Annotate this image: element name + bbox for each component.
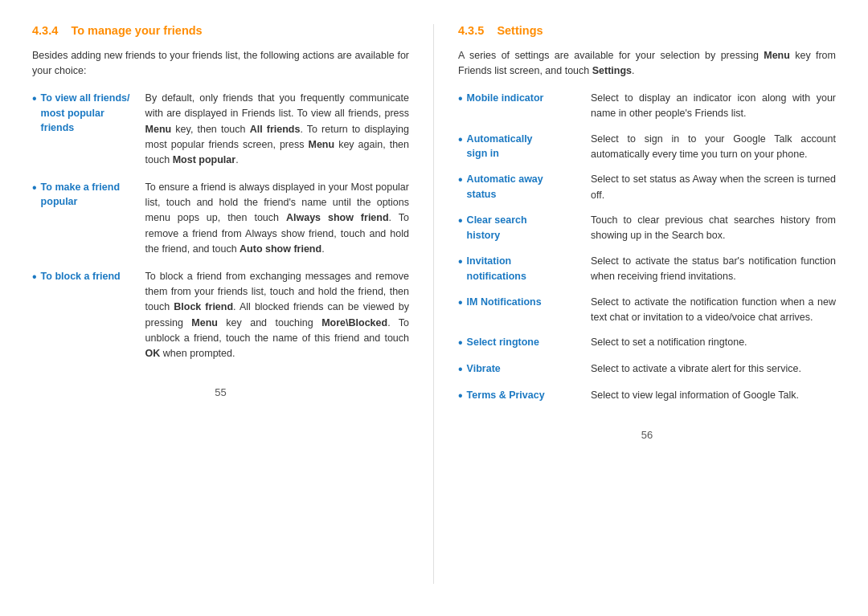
settings-term-wrap: • Mobile indicator bbox=[458, 91, 591, 108]
settings-dot-icon: • bbox=[458, 213, 463, 230]
list-item: • To view all friends/ most popular frie… bbox=[32, 91, 409, 169]
settings-term: Vibrate bbox=[467, 361, 501, 377]
list-item: • To make a friend popular To ensure a f… bbox=[32, 180, 409, 258]
term-line2: popular bbox=[41, 196, 78, 207]
settings-dot-icon: • bbox=[458, 335, 463, 352]
right-page-number: 56 bbox=[458, 429, 836, 441]
settings-term: Automaticallysign in bbox=[467, 132, 533, 162]
term-line3: friends bbox=[41, 122, 75, 133]
bold-allfriends: All friends bbox=[250, 124, 301, 135]
term-line2: most popular bbox=[41, 108, 104, 119]
list-item: • To block a friend To block a friend fr… bbox=[32, 269, 409, 362]
bullet-desc: To block a friend from exchanging messag… bbox=[145, 269, 409, 362]
settings-item: • Mobile indicator Select to display an … bbox=[458, 91, 836, 122]
settings-item: • Terms & Privacy Select to view legal i… bbox=[458, 388, 836, 405]
left-bullet-list: • To view all friends/ most popular frie… bbox=[32, 91, 409, 362]
bold-moreblocked: More\Blocked bbox=[321, 317, 387, 328]
bold-blockfriend: Block friend bbox=[174, 301, 233, 312]
bold-ok: OK bbox=[145, 348, 161, 359]
right-section-num: 4.3.5 bbox=[458, 24, 484, 37]
settings-desc: Touch to clear previous chat searches hi… bbox=[591, 213, 836, 244]
page-right: 4.3.5 Settings A series of settings are … bbox=[434, 24, 868, 584]
settings-term: IM Notifications bbox=[467, 295, 542, 310]
settings-term-wrap: • Automaticallysign in bbox=[458, 132, 591, 162]
settings-term: Mobile indicator bbox=[467, 91, 544, 106]
right-section-title: Settings bbox=[497, 24, 542, 37]
settings-dot-icon: • bbox=[458, 361, 463, 378]
term-line1: To block a friend bbox=[41, 271, 121, 282]
settings-desc: Select to set status as Away when the sc… bbox=[591, 172, 836, 203]
settings-desc: Select to activate the notification func… bbox=[591, 295, 836, 326]
settings-dot-icon: • bbox=[458, 295, 463, 312]
bullet-term: To block a friend bbox=[41, 269, 145, 284]
bold-settings: Settings bbox=[592, 65, 632, 76]
settings-term-wrap: • Vibrate bbox=[458, 361, 591, 378]
settings-dot-icon: • bbox=[458, 254, 463, 271]
settings-list: • Mobile indicator Select to display an … bbox=[458, 91, 836, 405]
settings-term-wrap: • Clear searchhistory bbox=[458, 213, 591, 243]
bold-autoshow: Auto show friend bbox=[240, 243, 321, 255]
settings-desc: Select to view legal information of Goog… bbox=[591, 388, 836, 403]
settings-term-wrap: • Invitationnotifications bbox=[458, 254, 591, 284]
settings-term: Terms & Privacy bbox=[467, 388, 545, 403]
term-line1: To make a friend bbox=[41, 182, 120, 193]
settings-desc: Select to display an indicator icon alon… bbox=[591, 91, 836, 122]
left-section-num: 4.3.4 bbox=[32, 24, 58, 37]
settings-dot-icon: • bbox=[458, 172, 463, 189]
settings-item: • Vibrate Select to activate a vibrate a… bbox=[458, 361, 836, 378]
bullet-term: To view all friends/ most popular friend… bbox=[41, 91, 145, 136]
bold-mostpopular: Most popular bbox=[173, 154, 235, 165]
settings-term-wrap: • Select ringtone bbox=[458, 335, 591, 352]
settings-desc: Select to activate a vibrate alert for t… bbox=[591, 361, 836, 377]
settings-term: Clear searchhistory bbox=[467, 213, 527, 243]
settings-term: Invitationnotifications bbox=[467, 254, 526, 284]
settings-term: Select ringtone bbox=[467, 335, 539, 350]
settings-dot-icon: • bbox=[458, 132, 463, 149]
settings-item: • Automaticallysign in Select to sign in… bbox=[458, 132, 836, 163]
settings-dot-icon: • bbox=[458, 91, 463, 108]
right-section-heading: 4.3.5 Settings bbox=[458, 24, 836, 37]
page-left: 4.3.4 To manage your friends Besides add… bbox=[0, 24, 434, 584]
left-section-title: To manage your friends bbox=[71, 24, 202, 37]
bullet-desc: To ensure a friend is always displayed i… bbox=[145, 180, 409, 258]
settings-item: • Select ringtone Select to set a notifi… bbox=[458, 335, 836, 352]
bold-menu: Menu bbox=[145, 124, 172, 135]
term-line1: To view all friends/ bbox=[41, 92, 130, 104]
settings-desc: Select to activate the status bar's noti… bbox=[591, 254, 836, 285]
bold-alwaysshow: Always show friend bbox=[286, 212, 389, 223]
bullet-dot-icon: • bbox=[32, 269, 37, 286]
left-intro: Besides adding new friends to your frien… bbox=[32, 48, 409, 80]
settings-item: • Invitationnotifications Select to acti… bbox=[458, 254, 836, 285]
settings-term: Automatic awaystatus bbox=[467, 172, 543, 202]
bold-menu3: Menu bbox=[191, 317, 218, 328]
bold-menu-right: Menu bbox=[764, 50, 790, 61]
bold-menu2: Menu bbox=[309, 139, 335, 150]
bullet-dot-icon: • bbox=[32, 180, 37, 197]
page-container: 4.3.4 To manage your friends Besides add… bbox=[0, 0, 868, 616]
settings-item: • IM Notifications Select to activate th… bbox=[458, 295, 836, 326]
settings-term-wrap: • Terms & Privacy bbox=[458, 388, 591, 405]
settings-dot-icon: • bbox=[458, 388, 463, 405]
settings-item: • Automatic awaystatus Select to set sta… bbox=[458, 172, 836, 203]
settings-item: • Clear searchhistory Touch to clear pre… bbox=[458, 213, 836, 244]
right-intro: A series of settings are available for y… bbox=[458, 48, 836, 80]
settings-desc: Select to set a notification ringtone. bbox=[591, 335, 836, 350]
bullet-term: To make a friend popular bbox=[41, 180, 145, 210]
settings-term-wrap: • Automatic awaystatus bbox=[458, 172, 591, 202]
bullet-dot-icon: • bbox=[32, 91, 37, 108]
left-section-heading: 4.3.4 To manage your friends bbox=[32, 24, 409, 37]
left-page-number: 55 bbox=[32, 386, 409, 398]
settings-term-wrap: • IM Notifications bbox=[458, 295, 591, 312]
bullet-desc: By default, only friends that you freque… bbox=[145, 91, 409, 169]
settings-desc: Select to sign in to your Google Talk ac… bbox=[591, 132, 836, 163]
